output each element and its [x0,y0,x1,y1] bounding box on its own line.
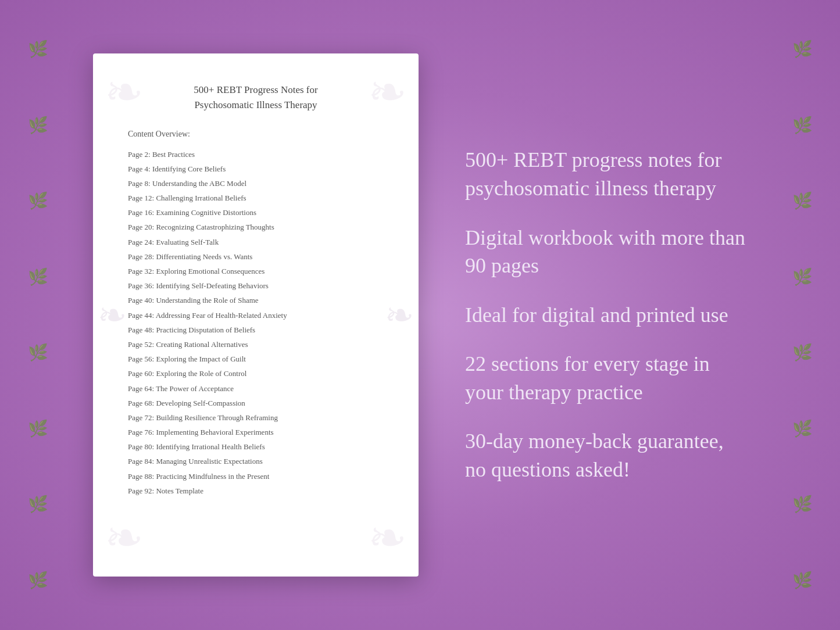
toc-page-number: Page 88: [128,472,154,481]
toc-entry: Page 12: Challenging Irrational Beliefs [128,191,384,206]
toc-page-number: Page 20: [128,223,154,231]
info-item: Ideal for digital and printed use [465,301,747,330]
info-panel: 500+ REBT progress notes for psychosomat… [453,146,747,484]
toc-entry: Page 76: Implementing Behavioral Experim… [128,425,384,440]
toc-page-number: Page 72: [128,413,154,422]
toc-title: Exploring the Impact of Guilt [156,355,246,363]
toc-entry: Page 72: Building Resilience Through Ref… [128,410,384,425]
toc-title: Understanding the Role of Shame [156,296,258,305]
toc-entry: Page 24: Evaluating Self-Talk [128,235,384,249]
document-title: 500+ REBT Progress Notes for Psychosomat… [128,83,384,112]
toc-page-number: Page 64: [128,384,154,393]
toc-entry: Page 68: Developing Self-Compassion [128,396,384,410]
toc-entry: Page 88: Practicing Mindfulness in the P… [128,469,384,484]
toc-page-number: Page 80: [128,442,154,451]
toc-entry: Page 8: Understanding the ABC Model [128,176,384,191]
document-preview: ❧ ❧ ❧ ❧ ❧ ❧ 500+ REBT Progress Notes for… [93,53,419,577]
watermark-bottom-right: ❧ [368,511,407,565]
toc-title: Differentiating Needs vs. Wants [156,252,252,261]
toc-page-number: Page 36: [128,281,154,290]
toc-title: Practicing Disputation of Beliefs [156,325,255,334]
toc-page-number: Page 68: [128,399,154,407]
toc-entry: Page 44: Addressing Fear of Health-Relat… [128,308,384,323]
toc-entry: Page 40: Understanding the Role of Shame [128,293,384,308]
toc-page-number: Page 2: [128,150,151,159]
toc-page-number: Page 8: [128,179,151,188]
toc-title: Evaluating Self-Talk [156,238,219,246]
toc-title: Examining Cognitive Distortions [156,208,256,217]
toc-title: Building Resilience Through Reframing [156,413,278,422]
toc-entry: Page 64: The Power of Acceptance [128,381,384,396]
toc-entry: Page 4: Identifying Core Beliefs [128,162,384,176]
toc-title: Exploring the Role of Control [156,369,246,378]
toc-title: Challenging Irrational Beliefs [156,194,246,202]
toc-page-number: Page 4: [128,164,151,173]
toc-page-number: Page 44: [128,311,154,320]
toc-entry: Page 84: Managing Unrealistic Expectatio… [128,454,384,469]
toc-entry: Page 60: Exploring the Role of Control [128,367,384,381]
toc-title: Addressing Fear of Health-Related Anxiet… [156,311,287,320]
toc-page-number: Page 28: [128,252,154,261]
toc-page-number: Page 84: [128,457,154,466]
toc-entry: Page 36: Identifying Self-Defeating Beha… [128,279,384,293]
info-item: 500+ REBT progress notes for psychosomat… [465,146,747,202]
toc-entry: Page 56: Exploring the Impact of Guilt [128,352,384,367]
toc-title: Implementing Behavioral Experiments [156,428,273,436]
table-of-contents: Page 2: Best PracticesPage 4: Identifyin… [128,147,384,499]
toc-page-number: Page 16: [128,208,154,217]
toc-entry: Page 28: Differentiating Needs vs. Wants [128,249,384,264]
toc-page-number: Page 32: [128,267,154,275]
toc-title: Developing Self-Compassion [156,399,245,407]
watermark-top-left: ❧ [105,65,144,119]
toc-entry: Page 52: Creating Rational Alternatives [128,337,384,352]
toc-page-number: Page 24: [128,238,154,246]
toc-title: Identifying Self-Defeating Behaviors [156,281,269,290]
toc-entry: Page 2: Best Practices [128,147,384,162]
toc-title: Managing Unrealistic Expectations [156,457,262,466]
info-item: 30-day money-back guarantee, no question… [465,427,747,484]
toc-entry: Page 92: Notes Template [128,484,384,498]
section-label: Content Overview: [128,130,384,139]
toc-page-number: Page 76: [128,428,154,436]
toc-title: Best Practices [152,150,195,159]
toc-page-number: Page 12: [128,194,154,202]
toc-title: Creating Rational Alternatives [156,340,248,349]
toc-entry: Page 48: Practicing Disputation of Belie… [128,323,384,337]
toc-entry: Page 20: Recognizing Catastrophizing Tho… [128,220,384,235]
toc-page-number: Page 48: [128,325,154,334]
toc-title: The Power of Acceptance [156,384,234,393]
toc-entry: Page 32: Exploring Emotional Consequence… [128,264,384,279]
toc-page-number: Page 56: [128,355,154,363]
toc-page-number: Page 40: [128,296,154,305]
toc-page-number: Page 52: [128,340,154,349]
side-ornament-left: ❧ [98,295,127,336]
info-item: 22 sections for every stage in your ther… [465,350,747,406]
toc-entry: Page 16: Examining Cognitive Distortions [128,206,384,220]
toc-page-number: Page 60: [128,369,154,378]
toc-title: Identifying Irrational Health Beliefs [156,442,264,451]
watermark-top-right: ❧ [368,65,407,119]
toc-entry: Page 80: Identifying Irrational Health B… [128,440,384,454]
side-ornament-right: ❧ [385,295,414,336]
toc-title: Identifying Core Beliefs [152,164,226,173]
toc-title: Practicing Mindfulness in the Present [156,472,269,481]
content-wrapper: ❧ ❧ ❧ ❧ ❧ ❧ 500+ REBT Progress Notes for… [0,30,840,600]
toc-title: Notes Template [156,486,203,495]
watermark-bottom-left: ❧ [105,511,144,565]
toc-title: Understanding the ABC Model [152,179,246,188]
toc-page-number: Page 92: [128,486,154,495]
info-item: Digital workbook with more than 90 pages [465,224,747,280]
toc-title: Exploring Emotional Consequences [156,267,264,275]
toc-title: Recognizing Catastrophizing Thoughts [156,223,274,231]
